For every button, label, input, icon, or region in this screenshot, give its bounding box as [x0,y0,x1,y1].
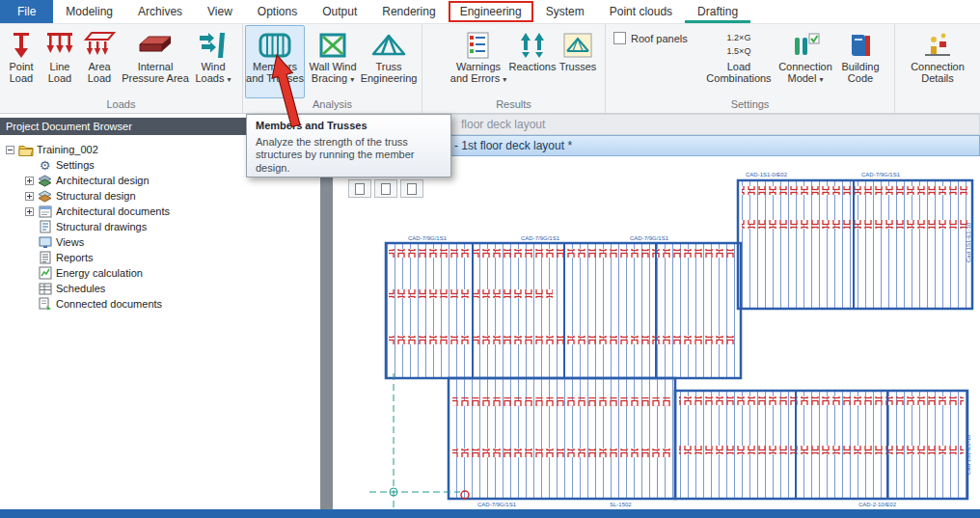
tab-engineering[interactable]: Engineering [449,1,533,22]
line-load-button[interactable]: Line Load [41,25,79,98]
reactions-icon [518,29,547,61]
area-load-icon [84,29,115,61]
expander-plus-icon[interactable] [25,207,34,216]
load-combinations-label: Load Combinations [703,61,775,85]
tab-view[interactable]: View [195,0,245,23]
tree-item-reports[interactable]: Reports [0,250,318,265]
sheet-button[interactable] [374,179,397,198]
tree-item-label: Structural drawings [56,221,147,232]
architectural-documents-icon [37,204,53,218]
sheet-icon [355,183,365,195]
structural-design-icon [37,189,53,203]
ribbon-group-results: Warnings and Errors ▾ Reactions Trusses … [422,24,606,113]
reactions-button[interactable]: Reactions [509,25,556,98]
line-load-label: Line Load [41,61,78,85]
ribbon: Point Load Line Load Area Load [0,24,980,114]
tree-item-architectural-documents[interactable]: Architectural documents [0,204,318,219]
tree-item-label: Architectural design [56,175,150,186]
tab-output[interactable]: Output [310,0,369,23]
tree-item-label: Connected documents [56,298,162,310]
tab-drafting[interactable]: Drafting [685,0,750,23]
wind-loads-label: Wind Loads ▾ [192,61,234,85]
taskbar-strip [0,509,980,518]
tab-modeling[interactable]: Modeling [53,0,125,23]
energy-calculation-icon [37,266,53,280]
connection-details-button[interactable]: Connection Details [898,25,977,98]
architectural-design-icon [37,174,53,187]
building-code-button[interactable]: Building Code [835,25,885,98]
sheet-icon [381,183,391,195]
trusses-icon [563,29,592,61]
tree-item-connected-documents[interactable]: Connected documents [0,296,318,312]
gear-icon: ⚙ [37,158,53,172]
expander-plus-icon[interactable] [25,192,34,201]
tab-archives[interactable]: Archives [125,0,195,23]
connection-model-label: Connection Model ▾ [776,61,834,85]
line-load-icon [45,29,74,61]
views-icon [37,235,53,249]
group-label-connection-details [895,98,980,113]
wind-loads-button[interactable]: Wind Loads ▾ [191,25,235,98]
point-load-button[interactable]: Point Load [2,25,41,98]
combo-bottom-text: 1.5×Q [727,46,751,56]
cad-label: SL-1502 [610,502,632,507]
tree-item-schedules[interactable]: Schedules [0,281,318,296]
trusses-button[interactable]: Trusses [556,25,600,98]
tree-item-energy-calculation[interactable]: Energy calculation [0,265,318,281]
warnings-and-errors-icon [467,29,490,61]
group-label-results: Results [422,98,605,113]
tree-item-label: Schedules [56,283,105,294]
expander-minus-icon[interactable] [6,146,14,154]
folder-open-icon [17,143,34,156]
tree-item-label: Structural design [56,190,136,202]
ribbon-group-settings: Roof panels 1.2×G1.5×Q Load Combinations… [606,24,895,113]
tab-file[interactable]: File [0,0,53,23]
wind-loads-icon [199,29,228,61]
building-code-icon [848,29,873,61]
truss-engineering-label: Truss Engineering [361,61,418,85]
truss-engineering-icon [371,29,406,61]
load-combinations-button[interactable]: 1.2×G1.5×Q Load Combinations [702,25,776,98]
truss-engineering-button[interactable]: Truss Engineering [361,25,417,98]
area-load-label: Area Load [80,61,119,85]
callout-arrow-icon [262,53,311,140]
warnings-and-errors-button[interactable]: Warnings and Errors ▾ [448,25,509,98]
cad-label: CAD-7/9G/1S1 [521,235,560,241]
tree-item-views[interactable]: Views [0,234,318,250]
connected-documents-icon [37,297,53,311]
connection-details-label: Connection Details [899,61,976,85]
tab-rendering[interactable]: Rendering [369,0,448,23]
active-document-title: - 1st floor deck layout * [454,139,572,152]
floor-plan-drawing[interactable]: CAD-7/9G/1S1 CAD-7/9G/1S1 CAD-7/9G/1S1 C… [333,156,980,509]
group-label-settings: Settings [606,98,894,113]
panel-splitter[interactable] [320,135,333,509]
sheet-button[interactable] [348,179,371,198]
dropdown-caret-icon: ▾ [503,75,506,84]
wind-loads-text: Wind Loads [195,61,225,84]
cad-label: CAD-7/9G/1S1 [408,235,448,241]
tree-item-label: Energy calculation [56,267,143,279]
tree-item-structural-drawings[interactable]: Structural drawings [0,219,318,234]
tab-system[interactable]: System [533,0,597,23]
tab-options[interactable]: Options [245,0,310,23]
roof-panels-checkbox[interactable] [613,32,626,44]
tree-item-structural-design[interactable]: Structural design [0,188,318,204]
internal-pressure-area-button[interactable]: Internal Pressure Area [120,25,191,98]
expander-plus-icon[interactable] [25,177,34,185]
tree-item-label: Training_002 [37,144,98,155]
ribbon-group-connection-details: Connection Details [895,24,980,113]
area-load-button[interactable]: Area Load [79,25,120,98]
dropdown-caret-icon: ▾ [820,75,824,84]
roof-panels-checkbox-row[interactable]: Roof panels [613,32,702,44]
tab-point-clouds[interactable]: Point clouds [597,0,685,23]
connection-model-text: Connection Model [778,61,832,84]
dropdown-caret-icon: ▾ [228,75,231,84]
wall-wind-bracing-button[interactable]: Wall Wind Bracing ▾ [305,25,361,98]
point-load-icon [10,29,33,61]
gear-glyph: ⚙ [40,159,51,172]
structural-drawings-icon [37,220,53,233]
tree-item-label: Architectural documents [56,205,170,217]
sheet-button[interactable] [400,179,423,198]
drawing-canvas[interactable]: CAD-7/9G/1S1 CAD-7/9G/1S1 CAD-7/9G/1S1 C… [333,156,980,509]
connection-model-button[interactable]: Connection Model ▾ [776,25,835,98]
